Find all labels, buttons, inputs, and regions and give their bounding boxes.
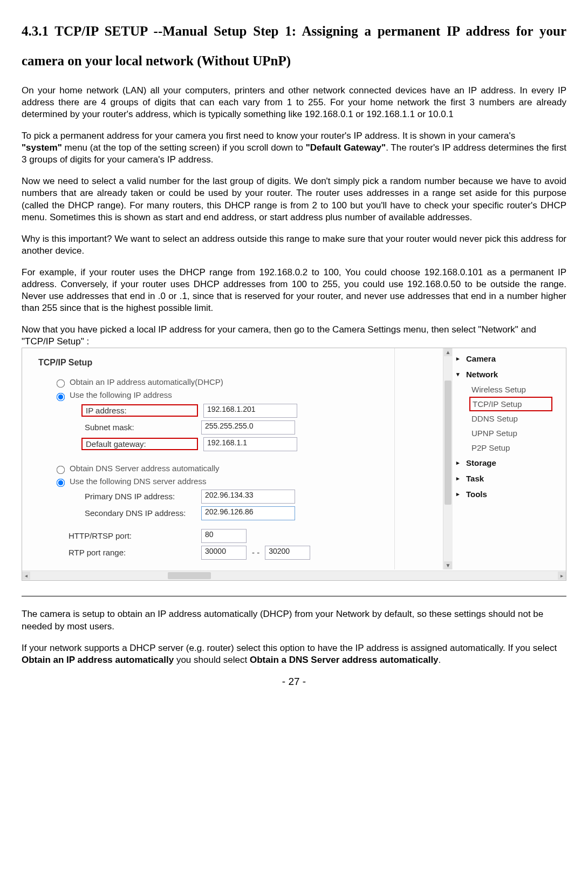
- paragraph: The camera is setup to obtain an IP addr…: [22, 608, 566, 632]
- paragraph: Now we need to select a valid number for…: [22, 175, 566, 223]
- paragraph: If your network supports a DHCP server (…: [22, 642, 566, 666]
- gateway-label: Default gateway:: [81, 438, 198, 450]
- sidebar-item-network[interactable]: ▾Network: [455, 366, 552, 382]
- chevron-right-icon: ▸: [456, 491, 460, 498]
- paragraph: On your home network (LAN) all your comp…: [22, 85, 566, 120]
- scroll-left-icon[interactable]: ◂: [22, 572, 30, 580]
- radio-dns-auto[interactable]: Obtain DNS Server address automatically: [54, 464, 394, 473]
- ip-address-label: IP address:: [81, 404, 198, 417]
- horizontal-scrollbar[interactable]: ◂ ▸: [22, 571, 566, 580]
- http-port-label: HTTP/RTSP port:: [65, 529, 196, 542]
- bold-text: "system": [22, 142, 62, 153]
- sidebar-label: Tools: [466, 490, 487, 499]
- sidebar-label: Camera: [466, 354, 496, 363]
- sidebar-label: Network: [466, 370, 498, 379]
- text: you should select: [174, 655, 250, 665]
- chevron-right-icon: ▸: [456, 355, 460, 362]
- sidebar-label: Storage: [466, 458, 496, 467]
- radio-use-static[interactable]: Use the following IP address: [54, 390, 394, 400]
- secondary-dns-label: Secondary DNS IP address:: [81, 507, 196, 519]
- sidebar-sub-ddns[interactable]: DDNS Setup: [469, 411, 552, 426]
- sidebar-item-tools[interactable]: ▸Tools: [455, 486, 552, 502]
- radio-dns-manual[interactable]: Use the following DNS server address: [54, 477, 394, 486]
- scroll-right-icon[interactable]: ▸: [558, 572, 566, 580]
- radio-input[interactable]: [57, 478, 65, 487]
- chevron-down-icon: ▾: [456, 371, 460, 378]
- radio-input[interactable]: [57, 392, 65, 401]
- text: .: [439, 655, 441, 665]
- separator: [22, 596, 566, 596]
- sidebar-sub-wireless[interactable]: Wireless Setup: [469, 382, 552, 397]
- settings-sidebar: ▸Camera ▾Network Wireless Setup TCP/IP S…: [455, 351, 552, 502]
- paragraph: Now that you have picked a local IP addr…: [22, 324, 566, 348]
- sidebar-sub-p2p[interactable]: P2P Setup: [469, 440, 552, 455]
- paragraph: For example, if your router uses the DHC…: [22, 267, 566, 314]
- radio-label: Use the following DNS server address: [70, 477, 206, 486]
- rtp-to-input[interactable]: 30200: [265, 546, 310, 560]
- ip-address-input[interactable]: 192.168.1.201: [203, 404, 297, 418]
- secondary-dns-input[interactable]: 202.96.126.86: [201, 506, 295, 520]
- radio-obtain-dhcp[interactable]: Obtain an IP address automatically(DHCP): [54, 377, 394, 387]
- rtp-range-label: RTP port range:: [65, 546, 196, 559]
- primary-dns-label: Primary DNS IP address:: [81, 490, 196, 503]
- gateway-input[interactable]: 192.168.1.1: [203, 437, 297, 451]
- tcpip-panel: TCP/IP Setup Obtain an IP address automa…: [33, 348, 395, 569]
- sidebar-item-task[interactable]: ▸Task: [455, 471, 552, 486]
- chevron-right-icon: ▸: [456, 459, 460, 466]
- radio-input[interactable]: [57, 379, 65, 388]
- paragraph: "system" menu (at the top of the setting…: [22, 142, 566, 166]
- sidebar-sub-upnp[interactable]: UPNP Setup: [469, 426, 552, 440]
- bold-text: Obtain an IP address automatically: [22, 655, 174, 665]
- sidebar-sub-tcpip[interactable]: TCP/IP Setup: [469, 397, 552, 411]
- rtp-from-input[interactable]: 30000: [201, 546, 247, 560]
- sidebar-item-storage[interactable]: ▸Storage: [455, 455, 552, 471]
- bold-text: Obtain a DNS Server address automaticall…: [250, 655, 439, 665]
- subnet-label: Subnet mask:: [81, 421, 196, 433]
- range-separator: - -: [252, 548, 259, 557]
- section-heading: 4.3.1 TCP/IP SETUP --Manual Setup Step 1…: [22, 16, 566, 76]
- bold-text: "Default Gateway": [306, 142, 386, 153]
- text: If your network supports a DHCP server (…: [22, 643, 557, 653]
- subnet-input[interactable]: 255.255.255.0: [201, 420, 295, 434]
- panel-title: TCP/IP Setup: [38, 358, 394, 368]
- primary-dns-input[interactable]: 202.96.134.33: [201, 490, 295, 504]
- page-number: - 27 -: [22, 676, 566, 688]
- scroll-up-icon[interactable]: ▲: [444, 348, 452, 356]
- paragraph: Why is this important? We want to select…: [22, 233, 566, 257]
- radio-label: Obtain an IP address automatically(DHCP): [70, 377, 223, 386]
- sidebar-item-camera[interactable]: ▸Camera: [455, 351, 552, 366]
- scroll-down-icon[interactable]: ▼: [444, 561, 452, 569]
- radio-input[interactable]: [57, 465, 65, 474]
- paragraph: To pick a permanent address for your cam…: [22, 130, 566, 142]
- vertical-scrollbar[interactable]: ▲ ▼: [443, 348, 453, 569]
- http-port-input[interactable]: 80: [201, 529, 247, 543]
- radio-label: Use the following IP address: [70, 390, 172, 399]
- text: menu (at the top of the setting screen) …: [62, 142, 306, 153]
- chevron-right-icon: ▸: [456, 475, 460, 482]
- radio-label: Obtain DNS Server address automatically: [70, 464, 220, 473]
- scrollbar-thumb[interactable]: [168, 572, 211, 579]
- scrollbar-thumb[interactable]: [445, 381, 452, 505]
- sidebar-label: Task: [466, 474, 484, 483]
- settings-screenshot: TCP/IP Setup Obtain an IP address automa…: [22, 348, 566, 581]
